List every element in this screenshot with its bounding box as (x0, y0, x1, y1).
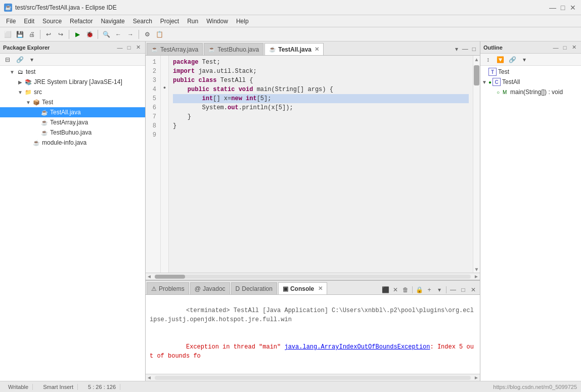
link-editor-btn[interactable]: 🔗 (14, 54, 25, 65)
toolbar-new[interactable]: ⬜ (2, 29, 13, 40)
panel-max-btn[interactable]: □ (459, 285, 468, 294)
menu-navigate[interactable]: Navigate (97, 17, 128, 26)
outline-item-testall[interactable]: ▼ ● C TestAll (480, 77, 581, 87)
tab-javadoc[interactable]: @ Javadoc (190, 282, 230, 294)
java-icon-testarray: ☕ (40, 118, 49, 126)
breakpoint-4[interactable]: ● (161, 83, 168, 92)
tab-console[interactable]: ▣ Console ✕ (278, 282, 327, 294)
outline-close-btn[interactable]: ✕ (570, 43, 578, 52)
toolbar-misc2[interactable]: 📋 (154, 29, 165, 40)
collapse-all-btn[interactable]: ⊟ (2, 54, 13, 65)
menu-help[interactable]: Help (232, 17, 253, 26)
toolbar-undo[interactable]: ↩ (43, 29, 54, 40)
outline-sort-btn[interactable]: ↕ (482, 54, 494, 65)
hscroll-track[interactable] (155, 275, 471, 279)
tree-item-testarray[interactable]: ☕ TestArray.java (0, 117, 145, 127)
tree-item-jre[interactable]: ▶ 📚 JRE System Library [JavaSE-14] (0, 77, 145, 87)
view-menu-btn[interactable]: ▾ (26, 54, 37, 65)
panel-maximize-btn[interactable]: □ (125, 43, 133, 52)
toolbar-redo[interactable]: ↪ (55, 29, 66, 40)
declaration-icon: D (236, 285, 240, 292)
toolbar-debug[interactable]: 🐞 (84, 29, 95, 40)
menu-file[interactable]: File (2, 17, 20, 26)
close-button[interactable]: ✕ (569, 4, 577, 12)
toolbar-run[interactable]: ▶ (72, 29, 83, 40)
editor-with-scroll: 1 2 3 4 5 6 7 8 9 (146, 56, 480, 280)
console-hscroll[interactable]: ◄ ► (146, 374, 480, 381)
toolbar-misc1[interactable]: ⚙ (142, 29, 153, 40)
hscroll-left[interactable]: ◄ (146, 274, 153, 279)
tab-close-testall[interactable]: ✕ (315, 46, 319, 53)
status-cursor-position: 5 : 26 : 126 (84, 384, 120, 390)
toolbar-forward[interactable]: → (125, 29, 136, 40)
console-remove-btn[interactable]: ✕ (391, 285, 400, 294)
console-menu-btn[interactable]: ▾ (435, 285, 444, 294)
tree-item-src[interactable]: ▼ 📁 src (0, 87, 145, 97)
toolbar-search[interactable]: 🔍 (101, 29, 112, 40)
maximize-button[interactable]: □ (559, 4, 567, 12)
tab-testall[interactable]: ☕ TestAll.java ✕ (264, 43, 324, 55)
menu-search[interactable]: Search (129, 17, 156, 26)
outline-item-main[interactable]: ○ M main(String[]) : void (480, 87, 581, 97)
outline-filter-btn[interactable]: 🔽 (495, 54, 506, 65)
menu-refactor[interactable]: Refactor (66, 17, 97, 26)
scroll-thumb[interactable] (474, 65, 479, 85)
tab-declaration[interactable]: D Declaration (231, 282, 277, 294)
panel-minimize-btn[interactable]: — (116, 43, 124, 52)
editor-hscroll[interactable]: ◄ ► (146, 273, 480, 280)
menu-run[interactable]: Run (183, 17, 202, 26)
menu-edit[interactable]: Edit (20, 17, 38, 26)
panel-min-btn[interactable]: — (449, 285, 458, 294)
tree-item-testall[interactable]: ☕ TestAll.java (0, 107, 145, 117)
tree-item-test[interactable]: ▼ 🗂 test (0, 67, 145, 77)
tab-icon-testall: ☕ (269, 46, 276, 53)
tree-item-testbuhuo[interactable]: ☕ TestBuhuo.java (0, 127, 145, 138)
tab-label-console: Console (290, 285, 314, 292)
console-stop-btn[interactable]: ⬛ (381, 285, 390, 294)
app-icon: ☕ (4, 4, 12, 12)
tab-label-declaration: Declaration (242, 285, 273, 292)
editor-max-btn[interactable]: □ (470, 46, 478, 53)
tree-item-testpkg[interactable]: ▼ 📦 Test (0, 97, 145, 107)
toolbar-back[interactable]: ← (113, 29, 124, 40)
console-tab-close[interactable]: ✕ (318, 285, 323, 292)
window-title: test/src/Test/TestAll.java - Eclipse IDE (15, 4, 549, 11)
panel-close-btn[interactable]: ✕ (134, 43, 142, 52)
scroll-track[interactable] (473, 63, 480, 266)
hscroll-thumb[interactable] (155, 275, 185, 279)
scroll-down-btn[interactable]: ▼ (473, 266, 480, 273)
panel-close-btn2[interactable]: ✕ (469, 285, 478, 294)
tab-problems[interactable]: ⚠ Problems (147, 282, 189, 294)
code-editor[interactable]: 1 2 3 4 5 6 7 8 9 (146, 56, 480, 280)
console-scroll-lock[interactable]: 🔒 (415, 285, 424, 294)
tab-testarray[interactable]: ☕ TestArray.java (147, 43, 203, 55)
menu-project[interactable]: Project (156, 17, 183, 26)
code-content[interactable]: package Test; import java.util.Stack; pu… (169, 56, 473, 273)
editor-vscroll[interactable]: ▲ ▼ (473, 56, 480, 273)
console-hscroll-left[interactable]: ◄ (146, 375, 153, 380)
tree-item-moduleinfo[interactable]: ☕ module-info.java (0, 138, 145, 148)
menu-source[interactable]: Source (38, 17, 66, 26)
view-list-btn[interactable]: ▾ (453, 46, 460, 53)
menu-window[interactable]: Window (202, 17, 232, 26)
editor-area: ☕ TestArray.java ☕ TestBuhuo.java ☕ Test… (146, 41, 480, 280)
console-clear-btn[interactable]: 🗑 (401, 285, 410, 294)
toolbar-save[interactable]: 💾 (14, 29, 25, 40)
tab-testbuhuo[interactable]: ☕ TestBuhuo.java (204, 43, 263, 55)
src-icon: 📁 (24, 88, 32, 96)
editor-min-btn[interactable]: — (460, 46, 470, 53)
hscroll-right[interactable]: ► (473, 274, 480, 279)
tree-label-testall: TestAll.java (50, 109, 81, 116)
outline-view-menu[interactable]: ▾ (519, 54, 530, 65)
toolbar-print[interactable]: 🖨 (26, 29, 37, 40)
console-hscroll-track[interactable] (155, 376, 471, 380)
outline-item-test[interactable]: T Test (480, 67, 581, 77)
exception-link[interactable]: java.lang.ArrayIndexOutOfBoundsException (284, 343, 430, 351)
outline-max-btn[interactable]: □ (561, 43, 569, 52)
outline-min-btn[interactable]: — (552, 43, 560, 52)
console-hscroll-right[interactable]: ► (473, 375, 480, 380)
outline-sync-btn[interactable]: 🔗 (507, 54, 518, 65)
console-new-btn[interactable]: + (425, 285, 434, 294)
scroll-up-btn[interactable]: ▲ (473, 56, 480, 63)
minimize-button[interactable]: — (549, 4, 557, 12)
